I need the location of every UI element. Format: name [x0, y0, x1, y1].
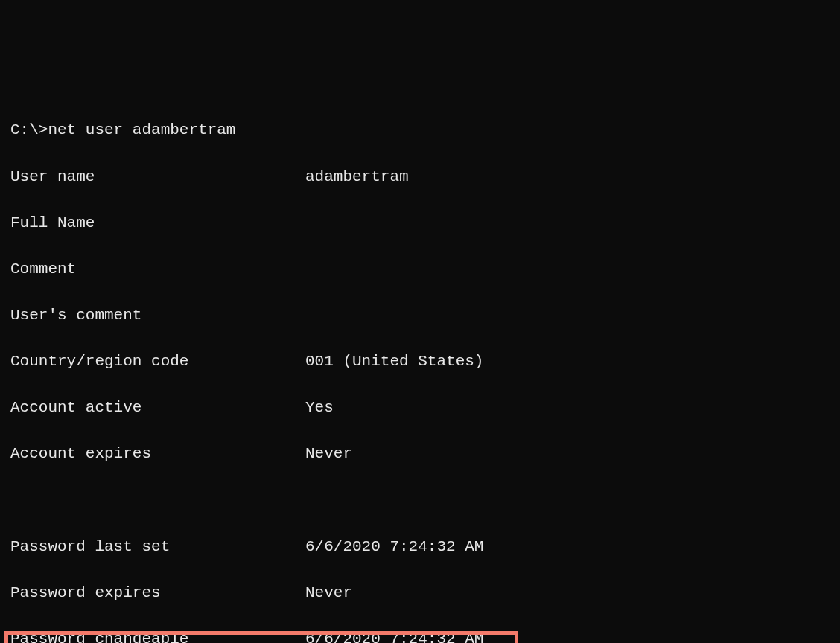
field-label: Password expires	[10, 581, 305, 604]
field-value: Never	[305, 581, 352, 604]
field-value: adambertram	[305, 165, 409, 188]
field-label: Comment	[10, 257, 305, 281]
field-label: Country/region code	[10, 350, 305, 373]
field-value: Yes	[305, 396, 334, 419]
field-label: Account expires	[10, 442, 305, 465]
field-label: User name	[10, 165, 305, 188]
field-label: User's comment	[10, 304, 305, 327]
command-prompt-line: C:\>net user adambertram	[10, 121, 235, 138]
field-value: Never	[305, 442, 352, 465]
field-label: Password last set	[10, 535, 305, 558]
field-label: Account active	[10, 396, 305, 419]
field-value: 6/6/2020 7:24:32 AM	[305, 627, 483, 643]
terminal-output[interactable]: C:\>net user adambertram User nameadambe…	[10, 95, 830, 643]
field-label: Full Name	[10, 211, 305, 234]
field-label: Password changeable	[10, 627, 305, 643]
field-value: 6/6/2020 7:24:32 AM	[305, 535, 483, 558]
field-value: 001 (United States)	[305, 350, 483, 373]
